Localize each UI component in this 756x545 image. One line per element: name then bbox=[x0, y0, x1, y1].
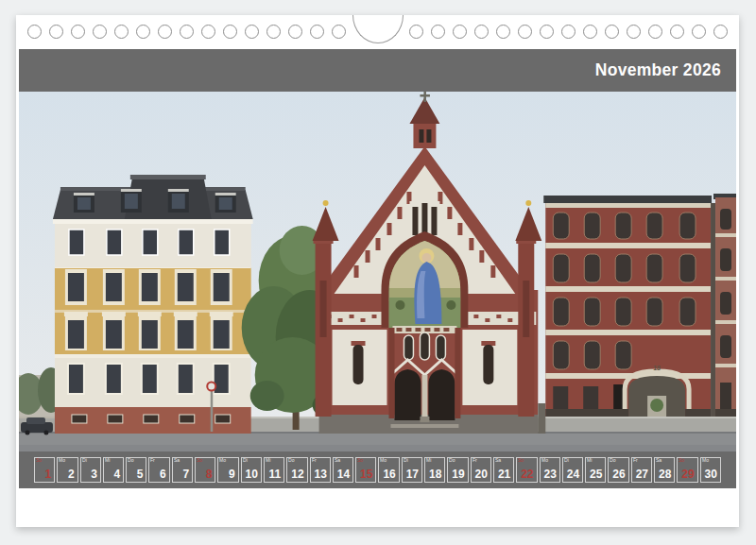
day-number: 27 bbox=[636, 468, 648, 481]
binding-hole bbox=[27, 25, 42, 39]
calendar-page: November 2026 bbox=[16, 15, 739, 527]
weekday-label: Do bbox=[128, 458, 133, 463]
hanger-cutout bbox=[352, 15, 404, 43]
gateway-number: 18 bbox=[653, 365, 661, 371]
binding-hole bbox=[245, 25, 259, 39]
day-number: 21 bbox=[498, 468, 510, 481]
day-number: 9 bbox=[229, 468, 235, 481]
binding-hole bbox=[453, 25, 467, 39]
weekday-label: Sa bbox=[495, 458, 501, 463]
day-number: 26 bbox=[612, 468, 625, 481]
weekday-label: Mo bbox=[541, 458, 548, 463]
day-cell: Mo 2 bbox=[57, 457, 77, 483]
day-number: 12 bbox=[291, 468, 303, 481]
day-cell: Sa 28 bbox=[654, 457, 675, 483]
weekday-label: Di bbox=[82, 458, 87, 463]
weekday-label: Fr bbox=[472, 458, 477, 463]
day-number: 14 bbox=[337, 468, 350, 481]
binding-hole bbox=[692, 25, 706, 39]
binding-hole bbox=[93, 25, 107, 39]
binding-hole bbox=[158, 25, 172, 39]
day-number: 10 bbox=[246, 468, 258, 481]
day-cell: Di 17 bbox=[402, 457, 422, 483]
day-number: 23 bbox=[543, 468, 556, 481]
day-cell: Mo 16 bbox=[378, 457, 399, 483]
binding-hole bbox=[409, 25, 423, 39]
day-cell: Mi 11 bbox=[264, 457, 284, 483]
binding-hole bbox=[180, 25, 194, 39]
day-cell: Sa 14 bbox=[333, 457, 353, 483]
binding-hole bbox=[496, 25, 510, 39]
day-number: 3 bbox=[91, 468, 97, 481]
day-cell: Do 5 bbox=[126, 457, 146, 483]
weekday-label: So bbox=[357, 458, 363, 463]
weekday-label: So bbox=[679, 458, 684, 463]
binding-hole bbox=[605, 25, 619, 39]
binding-hole bbox=[266, 25, 281, 39]
binding-hole bbox=[561, 25, 576, 39]
weekday-label: Mi bbox=[105, 458, 110, 463]
binding-hole bbox=[583, 25, 597, 39]
binding-hole bbox=[201, 25, 215, 39]
day-number: 30 bbox=[705, 468, 717, 481]
day-cell: Sa 21 bbox=[493, 457, 514, 483]
binding-hole bbox=[71, 25, 85, 39]
weekday-label: Mi bbox=[266, 458, 270, 463]
weekday-label: Di bbox=[564, 458, 569, 463]
header-bar: November 2026 bbox=[19, 49, 736, 92]
weekday-label: Mi bbox=[587, 458, 592, 463]
day-cell: So 22 bbox=[516, 457, 537, 483]
weekday-label: Mo bbox=[219, 458, 226, 463]
binding-hole bbox=[288, 25, 302, 39]
day-number: 16 bbox=[383, 468, 395, 481]
day-number: 20 bbox=[475, 468, 488, 481]
far-right-building bbox=[711, 194, 736, 417]
day-number: 24 bbox=[567, 468, 579, 481]
weekday-label: Do bbox=[449, 458, 455, 463]
left-building bbox=[53, 175, 253, 434]
day-cell: Di 10 bbox=[241, 457, 262, 483]
day-number: 4 bbox=[114, 468, 121, 481]
day-cell: Mo 9 bbox=[217, 457, 238, 483]
day-number: 15 bbox=[360, 468, 372, 481]
day-number: 7 bbox=[182, 468, 189, 481]
day-number: 13 bbox=[315, 468, 327, 481]
binding-hole bbox=[114, 25, 129, 39]
day-cell: Mi 4 bbox=[103, 457, 124, 483]
binding-hole bbox=[310, 25, 324, 39]
binding-hole bbox=[49, 25, 63, 39]
weekday-label: Fr bbox=[312, 458, 317, 463]
binding-holes-left bbox=[27, 25, 346, 39]
binding-hole bbox=[518, 25, 532, 39]
binding-hole bbox=[474, 25, 489, 39]
day-number: 1 bbox=[45, 468, 52, 481]
day-cell: Mo 23 bbox=[540, 457, 560, 483]
weekday-label: Mo bbox=[702, 458, 709, 463]
calendar-photo: 18 bbox=[19, 92, 736, 451]
day-cell: Di 24 bbox=[562, 457, 583, 483]
day-cell: Do 19 bbox=[447, 457, 468, 483]
binding-strip bbox=[16, 15, 739, 49]
day-cell: Sa 7 bbox=[172, 457, 193, 483]
day-number: 6 bbox=[160, 468, 166, 481]
day-cell: Mo 30 bbox=[700, 457, 721, 483]
day-number: 22 bbox=[521, 468, 533, 481]
day-cell: Mi 25 bbox=[585, 457, 606, 483]
binding-hole bbox=[540, 25, 554, 39]
binding-hole bbox=[136, 25, 150, 39]
day-number: 28 bbox=[659, 468, 671, 481]
day-number: 17 bbox=[406, 468, 419, 481]
day-cell: Fr 6 bbox=[148, 457, 169, 483]
bottom-margin bbox=[16, 488, 739, 527]
binding-hole bbox=[648, 25, 662, 39]
weekday-label: Di bbox=[243, 458, 248, 463]
weekday-label: Sa bbox=[335, 458, 340, 463]
weekday-label: Sa bbox=[174, 458, 180, 463]
weekday-label: Fr bbox=[633, 458, 638, 463]
date-strip: So 1 Mo 2 Di 3 Mi 4 Do 5 Fr 6 Sa 7 So 8 … bbox=[19, 451, 736, 488]
weekday-label: So bbox=[518, 458, 524, 463]
weekday-label: Do bbox=[610, 458, 615, 463]
weekday-label: Mo bbox=[59, 458, 65, 463]
day-number: 5 bbox=[137, 468, 144, 481]
binding-hole bbox=[431, 25, 445, 39]
